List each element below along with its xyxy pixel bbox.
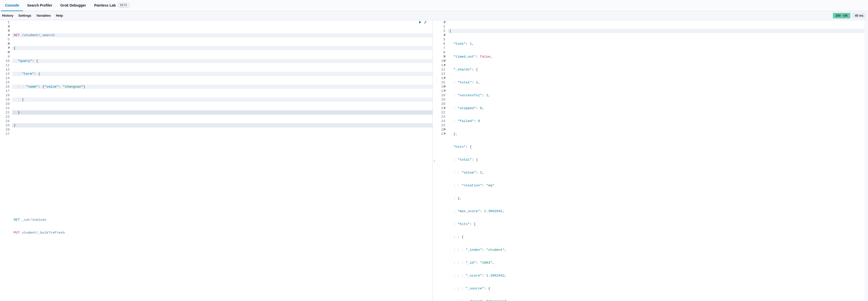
timing-badge: 40 ms xyxy=(852,13,866,19)
line-number: 10 xyxy=(0,59,9,63)
line-number: 27 xyxy=(0,132,9,136)
request-path: /student/_search xyxy=(20,33,55,37)
line-number: 2 xyxy=(436,25,445,29)
line-number: 15 xyxy=(0,80,9,85)
request-pane: 1 2 3 4 5 6 7 8 9 10 11 12 13 14 15 16 1… xyxy=(0,20,433,301)
line-number: 12 xyxy=(0,67,9,72)
response-pane: 1 2 3 4 5 6 7 8 9 10 11 12 13 14 15 16 1… xyxy=(436,20,868,301)
console-toolbar: History Settings Variables Help 200 - OK… xyxy=(0,11,868,20)
tab-search-profiler[interactable]: Search Profiler xyxy=(23,0,56,11)
line-number: 11 xyxy=(0,63,9,67)
line-number: 8 xyxy=(436,50,445,55)
line-number[interactable]: 14 xyxy=(436,76,445,80)
line-number: 24 xyxy=(436,119,445,123)
response-viewer[interactable]: { "took": 1, "timed_out": false, "_shard… xyxy=(448,20,868,301)
line-number[interactable]: 21 xyxy=(436,106,445,110)
toolbar-settings[interactable]: Settings xyxy=(19,13,31,18)
line-number: 5 xyxy=(0,37,9,42)
toolbar-help[interactable]: Help xyxy=(56,13,63,18)
line-number[interactable]: 3 xyxy=(0,29,9,33)
line-number: 19 xyxy=(436,98,445,102)
line-number[interactable]: 16 xyxy=(436,85,445,89)
line-number[interactable]: 4 xyxy=(436,33,445,37)
line-number: 25 xyxy=(436,123,445,128)
line-number: 5 xyxy=(436,37,445,42)
tab-painless-lab[interactable]: Painless LabBETA xyxy=(90,0,134,11)
line-number[interactable]: 1 xyxy=(436,20,445,25)
http-method: GET xyxy=(13,33,20,37)
request-path: student/_bulk?refresh xyxy=(20,231,65,235)
line-number: 22 xyxy=(0,110,9,114)
beta-badge: BETA xyxy=(118,3,129,7)
line-number: 25 xyxy=(0,123,9,128)
line-number: 21 xyxy=(0,106,9,110)
line-number: 13 xyxy=(0,72,9,76)
line-number[interactable]: 6 xyxy=(0,42,9,46)
main-tabs: Console Search Profiler Grok Debugger Pa… xyxy=(0,0,868,11)
toolbar-history[interactable]: History xyxy=(2,13,13,18)
http-method: GET xyxy=(13,218,20,222)
pane-splitter[interactable]: || xyxy=(433,20,436,301)
line-number[interactable]: 17 xyxy=(436,89,445,93)
http-method: PUT xyxy=(13,231,20,235)
line-number: 18 xyxy=(0,93,9,98)
response-gutter: 1 2 3 4 5 6 7 8 9 10 11 12 13 14 15 16 1… xyxy=(436,20,448,301)
drag-handle-icon: || xyxy=(434,159,434,162)
line-number: 17 xyxy=(0,89,9,93)
line-number: 14 xyxy=(0,76,9,80)
scrollbar-track[interactable] xyxy=(865,20,868,301)
line-number[interactable]: 26 xyxy=(436,128,445,132)
status-badge: 200 - OK xyxy=(833,13,850,19)
line-number: 22 xyxy=(436,110,445,114)
line-number: 19 xyxy=(0,98,9,102)
line-number: 9 xyxy=(0,55,9,59)
line-number: 12 xyxy=(436,67,445,72)
line-number: 26 xyxy=(0,128,9,132)
line-number: 1 xyxy=(0,20,9,25)
line-number: 20 xyxy=(436,102,445,106)
request-actions xyxy=(418,21,427,25)
line-number[interactable]: 7 xyxy=(0,46,9,50)
toolbar-variables[interactable]: Variables xyxy=(36,13,51,18)
line-number: 15 xyxy=(436,80,445,85)
line-number[interactable]: 2 xyxy=(0,25,9,29)
line-number: 24 xyxy=(0,119,9,123)
line-number[interactable]: 8 xyxy=(0,50,9,55)
tab-console[interactable]: Console xyxy=(1,0,23,11)
line-number[interactable]: 27 xyxy=(436,132,445,136)
request-path: _cat/indices xyxy=(20,218,46,222)
line-number: 13 xyxy=(436,72,445,76)
line-number: 20 xyxy=(0,102,9,106)
play-icon[interactable] xyxy=(418,21,422,25)
line-number[interactable]: 4 xyxy=(0,33,9,37)
request-gutter: 1 2 3 4 5 6 7 8 9 10 11 12 13 14 15 16 1… xyxy=(0,20,12,301)
line-number[interactable]: 11 xyxy=(436,63,445,67)
line-number[interactable]: 10 xyxy=(436,59,445,63)
editor-panes: 1 2 3 4 5 6 7 8 9 10 11 12 13 14 15 16 1… xyxy=(0,20,868,301)
line-number: 3 xyxy=(436,29,445,33)
line-number: 16 xyxy=(0,85,9,89)
wrench-icon[interactable] xyxy=(424,21,427,25)
tab-grok-debugger[interactable]: Grok Debugger xyxy=(56,0,90,11)
line-number: 18 xyxy=(436,93,445,98)
line-number[interactable]: 9 xyxy=(436,55,445,59)
line-number: 7 xyxy=(436,46,445,50)
request-editor[interactable]: GET /student/_search { "query": { | "ter… xyxy=(12,20,433,301)
line-number: 6 xyxy=(436,42,445,46)
line-number: 23 xyxy=(0,114,9,119)
line-number: 23 xyxy=(436,114,445,119)
